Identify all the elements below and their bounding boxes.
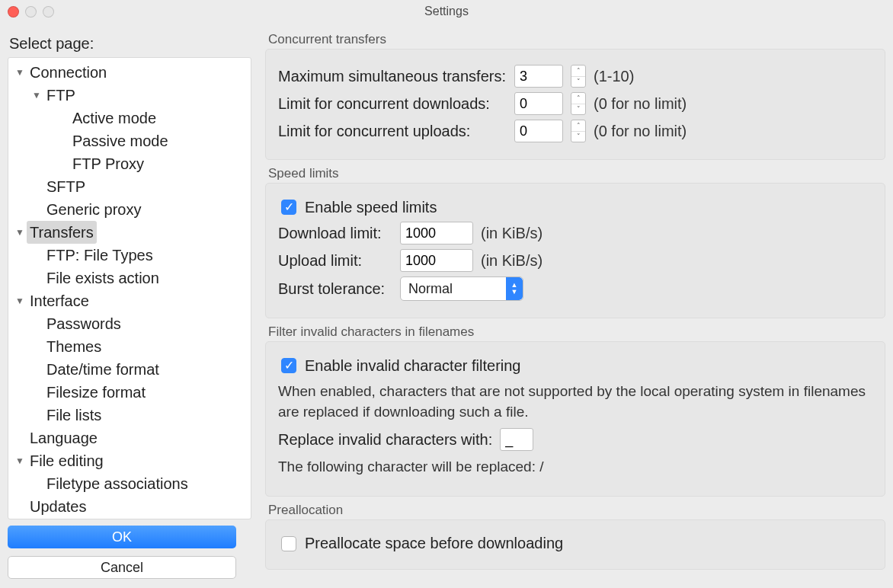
max-transfers-stepper[interactable]: ˄˅ xyxy=(571,65,586,88)
chevron-down-icon[interactable] xyxy=(13,221,27,244)
group-title-speed: Speed limits xyxy=(268,166,885,181)
replaced-characters-text: The following character will be replaced… xyxy=(278,457,872,478)
window-controls xyxy=(8,6,54,18)
concurrent-ul-label: Limit for concurrent uploads: xyxy=(278,123,507,140)
chevron-down-icon[interactable] xyxy=(13,61,27,84)
tree-item-sftp[interactable]: SFTP xyxy=(8,175,251,198)
updown-icon: ▲▼ xyxy=(506,277,523,300)
group-prealloc: Preallocate space before downloading xyxy=(265,519,885,570)
ok-button[interactable]: OK xyxy=(8,526,236,548)
tree-item-ftp[interactable]: FTP xyxy=(8,84,251,107)
concurrent-ul-hint: (0 for no limit) xyxy=(594,123,687,140)
preallocate-checkbox[interactable] xyxy=(281,536,296,551)
chevron-down-icon[interactable]: ˅ xyxy=(571,132,585,142)
chevron-down-icon[interactable]: ˅ xyxy=(571,77,585,88)
content: Concurrent transfers Maximum simultaneou… xyxy=(251,23,893,586)
burst-tolerance-select[interactable]: Normal ▲▼ xyxy=(400,276,523,301)
sidebar-buttons: OK Cancel xyxy=(8,519,251,586)
body: Select page: Connection FTP Active mode … xyxy=(0,23,893,586)
tree-item-date-time-format[interactable]: Date/time format xyxy=(8,358,251,381)
group-concurrent: Maximum simultaneous transfers: ˄˅ (1-10… xyxy=(265,49,885,160)
tree-item-file-lists[interactable]: File lists xyxy=(8,404,251,427)
filter-description: When enabled, characters that are not su… xyxy=(278,382,872,422)
chevron-down-icon[interactable] xyxy=(30,84,43,107)
concurrent-dl-stepper[interactable]: ˄˅ xyxy=(571,92,586,115)
upload-limit-label: Upload limit: xyxy=(278,252,392,270)
concurrent-dl-label: Limit for concurrent downloads: xyxy=(278,95,507,113)
close-icon[interactable] xyxy=(8,6,19,18)
upload-limit-unit: (in KiB/s) xyxy=(481,252,543,270)
download-limit-unit: (in KiB/s) xyxy=(481,225,543,242)
enable-speed-limits-label: Enable speed limits xyxy=(305,199,437,216)
concurrent-dl-input[interactable] xyxy=(514,92,563,115)
tree-item-generic-proxy[interactable]: Generic proxy xyxy=(8,198,251,221)
tree-item-file-editing[interactable]: File editing xyxy=(8,449,251,472)
maximize-icon[interactable] xyxy=(43,6,54,18)
tree-item-filesize-format[interactable]: Filesize format xyxy=(8,381,251,404)
enable-speed-limits[interactable]: Enable speed limits xyxy=(278,197,872,217)
max-transfers-hint: (1-10) xyxy=(594,68,634,85)
concurrent-dl-hint: (0 for no limit) xyxy=(594,95,687,113)
download-limit-label: Download limit: xyxy=(278,225,392,242)
tree-item-file-exists-action[interactable]: File exists action xyxy=(8,267,251,289)
upload-limit-input[interactable] xyxy=(400,249,473,272)
replace-char-label: Replace invalid characters with: xyxy=(278,431,492,449)
tree-item-themes[interactable]: Themes xyxy=(8,335,251,358)
tree-item-transfers[interactable]: Transfers xyxy=(8,221,251,244)
sidebar-heading: Select page: xyxy=(9,35,251,53)
tree-item-logging[interactable]: Logging xyxy=(8,518,251,519)
tree-item-passive-mode[interactable]: Passive mode xyxy=(8,129,251,152)
tree-item-filetype-assoc[interactable]: Filetype associations xyxy=(8,472,251,495)
preallocate-label: Preallocate space before downloading xyxy=(305,535,563,552)
replace-char-input[interactable] xyxy=(500,428,533,451)
group-title-filter: Filter invalid characters in filenames xyxy=(268,324,885,340)
concurrent-ul-input[interactable] xyxy=(514,120,563,142)
tree-item-active-mode[interactable]: Active mode xyxy=(8,107,251,129)
group-speed: Enable speed limits Download limit: (in … xyxy=(265,183,885,318)
chevron-up-icon[interactable]: ˄ xyxy=(571,66,585,77)
tree-item-ftp-proxy[interactable]: FTP Proxy xyxy=(8,152,251,175)
max-transfers-input[interactable] xyxy=(514,65,563,88)
group-title-concurrent: Concurrent transfers xyxy=(268,32,885,47)
chevron-up-icon[interactable]: ˄ xyxy=(571,93,585,104)
tree-item-updates[interactable]: Updates xyxy=(8,495,251,518)
max-transfers-label: Maximum simultaneous transfers: xyxy=(278,68,507,85)
preallocate[interactable]: Preallocate space before downloading xyxy=(278,534,872,554)
tree-item-connection[interactable]: Connection xyxy=(8,61,251,84)
group-title-prealloc: Preallocation xyxy=(268,503,885,518)
minimize-icon[interactable] xyxy=(25,6,37,18)
group-filter: Enable invalid character filtering When … xyxy=(265,341,885,497)
titlebar: Settings xyxy=(0,0,893,23)
tree-item-language[interactable]: Language xyxy=(8,427,251,449)
enable-filter-label: Enable invalid character filtering xyxy=(305,357,521,375)
chevron-up-icon[interactable]: ˄ xyxy=(571,120,585,132)
tree-item-interface[interactable]: Interface xyxy=(8,289,251,312)
enable-filter[interactable]: Enable invalid character filtering xyxy=(278,356,872,375)
chevron-down-icon[interactable]: ˅ xyxy=(571,104,585,115)
concurrent-ul-stepper[interactable]: ˄˅ xyxy=(571,120,586,142)
window-title: Settings xyxy=(424,5,469,18)
tree-item-passwords[interactable]: Passwords xyxy=(8,312,251,335)
chevron-down-icon[interactable] xyxy=(13,449,27,472)
tree-item-ftp-file-types[interactable]: FTP: File Types xyxy=(8,244,251,267)
page-tree[interactable]: Connection FTP Active mode Passive mode … xyxy=(8,57,251,519)
cancel-button[interactable]: Cancel xyxy=(8,556,236,579)
enable-filter-checkbox[interactable] xyxy=(281,358,296,373)
chevron-down-icon[interactable] xyxy=(13,289,27,312)
burst-tolerance-value: Normal xyxy=(408,281,506,297)
download-limit-input[interactable] xyxy=(400,222,473,244)
settings-window: Settings Select page: Connection FTP Act… xyxy=(0,0,893,588)
burst-tolerance-label: Burst tolerance: xyxy=(278,280,392,298)
sidebar: Select page: Connection FTP Active mode … xyxy=(0,23,251,586)
enable-speed-limits-checkbox[interactable] xyxy=(281,200,296,215)
